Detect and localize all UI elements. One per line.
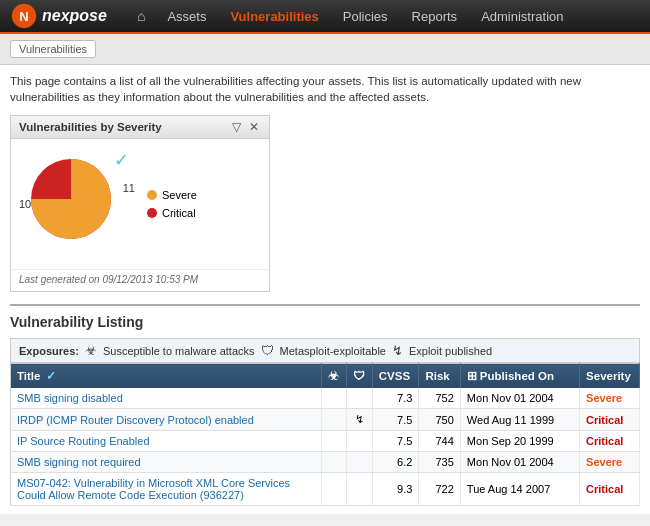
th-malware: ☣ (321, 364, 346, 389)
chart-header: Vulnerabilities by Severity ▽ ✕ (11, 116, 269, 139)
chart-title: Vulnerabilities by Severity (19, 121, 162, 133)
table-row: MS07-042: Vulnerability in Microsoft XML… (11, 473, 640, 506)
malware-label: Susceptible to malware attacks (103, 345, 255, 357)
chart-minimize-btn[interactable]: ▽ (229, 120, 243, 134)
th-metasploit-icon: 🛡 (353, 370, 365, 382)
table-header-row: Title ✓ ☣ 🛡 CVSS Risk ⊞ Published On (11, 364, 640, 389)
chart-controls: ▽ ✕ (229, 120, 261, 134)
cell-metasploit: ↯ (346, 409, 372, 431)
vuln-title-link[interactable]: SMB signing not required (17, 456, 141, 468)
cell-cvss: 6.2 (372, 452, 419, 473)
vuln-title-link[interactable]: IRDP (ICMP Router Discovery Protocol) en… (17, 414, 254, 426)
cell-severity: Severe (580, 452, 640, 473)
cell-malware (321, 452, 346, 473)
cell-published: Mon Sep 20 1999 (460, 431, 579, 452)
nav-administration[interactable]: Administration (469, 0, 575, 33)
vulnerability-table: Title ✓ ☣ 🛡 CVSS Risk ⊞ Published On (10, 363, 640, 506)
metasploit-label: Metasploit-exploitable (280, 345, 386, 357)
nav-vulnerabilities[interactable]: Vulnerabilities (218, 0, 330, 33)
th-metasploit: 🛡 (346, 364, 372, 389)
cell-published: Wed Aug 11 1999 (460, 409, 579, 431)
th-title-check: ✓ (46, 369, 56, 383)
cell-risk: 744 (419, 431, 460, 452)
home-icon[interactable]: ⌂ (127, 8, 155, 24)
cell-title: IP Source Routing Enabled (11, 431, 322, 452)
th-published[interactable]: ⊞ Published On (460, 364, 579, 389)
header: N nexpose ⌂ Assets Vulnerabilities Polic… (0, 0, 650, 34)
pie-chart: 10 11 ✓ (21, 149, 131, 259)
nav-assets[interactable]: Assets (155, 0, 218, 33)
cell-cvss: 7.5 (372, 409, 419, 431)
cell-malware (321, 473, 346, 506)
th-malware-icon: ☣ (328, 370, 339, 382)
legend-severe-dot (147, 190, 157, 200)
vuln-title-link[interactable]: IP Source Routing Enabled (17, 435, 150, 447)
th-title[interactable]: Title ✓ (11, 364, 322, 389)
cell-published: Mon Nov 01 2004 (460, 388, 579, 409)
chart-widget: Vulnerabilities by Severity ▽ ✕ 10 11 ✓ (10, 115, 270, 292)
breadcrumb-bar: Vulnerabilities (0, 34, 650, 65)
exposures-bar: Exposures: ☣ Susceptible to malware atta… (10, 338, 640, 363)
chart-check-icon: ✓ (114, 149, 129, 171)
cell-risk: 752 (419, 388, 460, 409)
cell-severity: Critical (580, 473, 640, 506)
th-risk[interactable]: Risk (419, 364, 460, 389)
vulnerability-table-body: SMB signing disabled7.3752Mon Nov 01 200… (11, 388, 640, 506)
vuln-title-link[interactable]: MS07-042: Vulnerability in Microsoft XML… (17, 477, 290, 501)
logo-text: nexpose (42, 7, 107, 25)
cell-malware (321, 431, 346, 452)
chart-legend: Severe Critical (147, 189, 197, 219)
legend-critical: Critical (147, 207, 197, 219)
nav-policies[interactable]: Policies (331, 0, 400, 33)
main-content: This page contains a list of all the vul… (0, 65, 650, 514)
malware-icon: ☣ (85, 343, 97, 358)
table-row: SMB signing disabled7.3752Mon Nov 01 200… (11, 388, 640, 409)
chart-close-btn[interactable]: ✕ (247, 120, 261, 134)
exploit-icon: ↯ (392, 343, 403, 358)
metasploit-icon: 🛡 (261, 343, 274, 358)
vulnerability-listing-title: Vulnerability Listing (10, 314, 640, 330)
severity-badge: Severe (586, 456, 622, 468)
th-title-label: Title (17, 370, 40, 382)
cell-metasploit (346, 473, 372, 506)
legend-severe-label: Severe (162, 189, 197, 201)
th-published-icon: ⊞ (467, 369, 477, 383)
table-row: SMB signing not required6.2735Mon Nov 01… (11, 452, 640, 473)
cell-title: IRDP (ICMP Router Discovery Protocol) en… (11, 409, 322, 431)
cell-published: Mon Nov 01 2004 (460, 452, 579, 473)
cell-cvss: 9.3 (372, 473, 419, 506)
breadcrumb[interactable]: Vulnerabilities (10, 40, 96, 58)
cell-metasploit (346, 452, 372, 473)
chart-footer: Last generated on 09/12/2013 10:53 PM (11, 269, 269, 291)
chart-body: 10 11 ✓ Severe Critical (11, 139, 269, 269)
cell-metasploit (346, 431, 372, 452)
table-row: IRDP (ICMP Router Discovery Protocol) en… (11, 409, 640, 431)
pie-label-left: 10 (19, 198, 31, 210)
legend-critical-dot (147, 208, 157, 218)
th-published-label: Published On (480, 370, 554, 382)
th-severity[interactable]: Severity (580, 364, 640, 389)
cell-malware (321, 388, 346, 409)
cell-malware (321, 409, 346, 431)
logo-icon: N (10, 2, 38, 30)
cell-risk: 750 (419, 409, 460, 431)
severity-badge: Critical (586, 483, 623, 495)
severity-badge: Severe (586, 392, 622, 404)
cell-cvss: 7.3 (372, 388, 419, 409)
cell-risk: 722 (419, 473, 460, 506)
cell-severity: Critical (580, 409, 640, 431)
table-row: IP Source Routing Enabled7.5744Mon Sep 2… (11, 431, 640, 452)
logo: N nexpose (10, 2, 107, 30)
main-nav: ⌂ Assets Vulnerabilities Policies Report… (127, 0, 640, 33)
th-cvss[interactable]: CVSS (372, 364, 419, 389)
cell-title: SMB signing disabled (11, 388, 322, 409)
cell-severity: Critical (580, 431, 640, 452)
exploit-label: Exploit published (409, 345, 492, 357)
cell-severity: Severe (580, 388, 640, 409)
cell-cvss: 7.5 (372, 431, 419, 452)
legend-critical-label: Critical (162, 207, 196, 219)
svg-text:N: N (19, 9, 28, 24)
vuln-title-link[interactable]: SMB signing disabled (17, 392, 123, 404)
exposures-label: Exposures: (19, 345, 79, 357)
nav-reports[interactable]: Reports (400, 0, 470, 33)
